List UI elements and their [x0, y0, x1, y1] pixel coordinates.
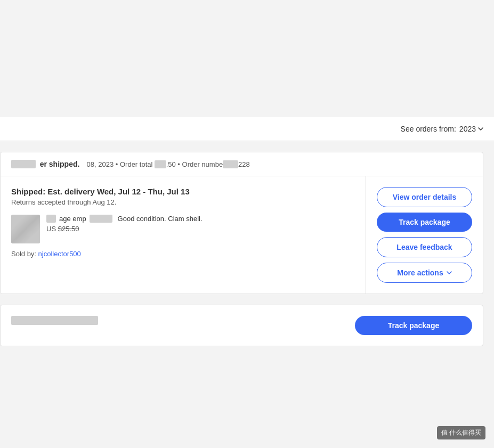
order-status-text: er shipped.: [38, 160, 80, 168]
filter-bar: See orders from: 2023: [0, 117, 494, 141]
chevron-down-icon: [478, 126, 483, 132]
shipped-label: Shipped: Est. delivery Wed, Jul 12 - Thu…: [11, 187, 355, 196]
order-card-1: oping er shipped. 08, 2023 • Order total…: [0, 152, 483, 294]
top-banner: [0, 0, 494, 117]
more-actions-button[interactable]: More actions: [377, 263, 472, 283]
blurred-order-num: [223, 160, 238, 168]
order-details-1: Shipped: Est. delivery Wed, Jul 12 - Thu…: [1, 176, 366, 294]
order-preview-2: Track package: [1, 305, 483, 346]
product-thumbnail: [11, 215, 40, 243]
order-actions-1: View order details Track package Leave f…: [366, 176, 483, 294]
product-desc: age emp Good condition. Clam shell.: [46, 215, 355, 223]
filter-label: See orders from:: [401, 125, 456, 133]
seller-row: Sold by: njcollector500: [11, 250, 355, 258]
view-order-button[interactable]: View order details: [377, 187, 472, 207]
strikethrough-price: $25.50: [58, 225, 79, 233]
track-package-button-2[interactable]: Track package: [355, 316, 472, 335]
blurred-desc-2: [90, 215, 112, 223]
blurred-total: [155, 160, 166, 168]
product-info: age emp Good condition. Clam shell. US $…: [46, 215, 355, 233]
watermark: 值 什么值得买: [437, 426, 485, 439]
order-body-1: Shipped: Est. delivery Wed, Jul 12 - Thu…: [1, 176, 483, 294]
leave-feedback-button[interactable]: Leave feedback: [377, 237, 472, 257]
product-row: age emp Good condition. Clam shell. US $…: [11, 215, 355, 243]
content-area: oping er shipped. 08, 2023 • Order total…: [0, 141, 494, 357]
desc-text-1: age emp: [59, 215, 86, 223]
track-package-button[interactable]: Track package: [377, 213, 472, 232]
more-actions-label: More actions: [397, 268, 443, 277]
order-header-status: oping er shipped.: [11, 160, 79, 168]
blurred-shipped: [11, 316, 98, 325]
desc-text-2: Good condition. Clam shell.: [116, 215, 203, 223]
blurred-desc-1: [46, 215, 56, 223]
returns-label: Returns accepted through Aug 12.: [11, 198, 355, 206]
seller-link[interactable]: njcollector500: [38, 250, 81, 258]
product-price: US $25.50: [46, 225, 355, 233]
sold-by-label: Sold by:: [11, 250, 36, 258]
bottom-area: [0, 357, 494, 448]
order2-shipped-label: [11, 316, 355, 335]
order-card-2: Track package: [0, 305, 483, 346]
blurred-prefix: oping: [11, 160, 36, 168]
order-meta: 08, 2023 • Order total .50 • Order numbe…: [83, 160, 249, 168]
order2-actions: Track package: [355, 316, 472, 335]
chevron-down-icon: [447, 271, 452, 274]
order-header-1: oping er shipped. 08, 2023 • Order total…: [1, 152, 483, 176]
year-filter-select[interactable]: 2023: [459, 125, 483, 133]
year-value: 2023: [459, 125, 476, 133]
